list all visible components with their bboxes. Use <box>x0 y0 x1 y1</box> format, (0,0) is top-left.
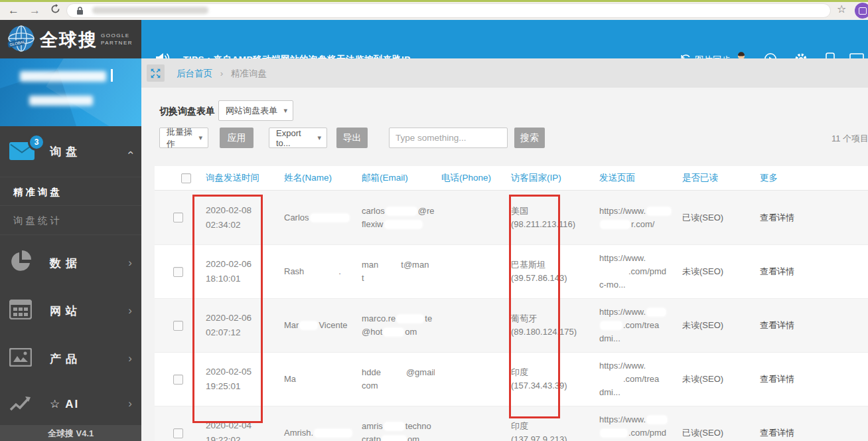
sidebar-item-precise-inquiry[interactable]: 精准询盘 <box>0 177 141 206</box>
browser-forward-icon[interactable]: → <box>29 3 40 19</box>
breadcrumb: 后台首页 › 精准询盘 <box>177 68 267 80</box>
visible-text: com <box>362 381 378 391</box>
email-cell: marco.rete@hotom <box>355 299 435 352</box>
row-checkbox[interactable] <box>173 428 183 438</box>
row-checkbox[interactable] <box>173 213 183 222</box>
browser-toolbar: ← → ☆ <box>0 0 868 21</box>
breadcrumb-home-link[interactable]: 后台首页 <box>177 68 212 78</box>
logo[interactable]: GLOBAL 全球搜 GOOGLE PARTNER <box>0 20 141 58</box>
avatar-glyph <box>859 7 867 15</box>
inquiry-form-select-value: 网站询盘表单 <box>226 105 277 117</box>
sidebar-item-data[interactable]: 数据 › <box>0 239 141 287</box>
table-header-row: 询盘发送时间姓名(Name)邮箱(Email)电话(Phone)访客国家(IP)… <box>155 166 868 191</box>
visible-text: https://www. <box>599 414 646 424</box>
sidebar-item-ai[interactable]: ☆ AI › <box>0 383 141 425</box>
inquiry-form-select[interactable]: 网站询盘表单 ▾ <box>218 100 293 121</box>
view-details-link[interactable]: 查看详情 <box>760 373 794 385</box>
chevron-right-icon: › <box>128 304 132 317</box>
app-version: 全球搜 V4.1 <box>48 428 94 440</box>
apply-button[interactable]: 应用 <box>220 128 253 148</box>
browser-back-icon[interactable]: ← <box>8 3 19 19</box>
email-cell: amristechnocratpom <box>355 406 435 441</box>
bookmark-star-icon[interactable]: ☆ <box>837 3 846 15</box>
redaction-blur <box>384 328 403 336</box>
expand-icon[interactable] <box>147 64 165 82</box>
search-button[interactable]: 搜索 <box>514 128 545 148</box>
visible-text: amris <box>362 421 383 431</box>
highlight-box-ip-column <box>509 195 560 418</box>
text-line: c-mo... <box>599 278 670 292</box>
column-header: 是否已读 <box>676 166 753 190</box>
text-line: MarVicente <box>284 319 350 332</box>
bulk-action-select[interactable]: 批量操作 ▾ <box>159 128 208 148</box>
row-checkbox[interactable] <box>173 375 183 385</box>
sidebar-item-label: 数据 <box>50 256 82 271</box>
view-details-link[interactable]: 查看详情 <box>760 427 794 439</box>
sidebar-subitem-label: 精准询盘 <box>13 185 62 198</box>
redaction-blur <box>601 429 627 437</box>
trend-chart-icon <box>9 393 32 415</box>
country-name: 印度 <box>511 420 587 433</box>
export-format-select[interactable]: Export to... ▾ <box>269 128 327 148</box>
redaction-blur <box>601 268 627 276</box>
redaction-blur <box>305 268 337 276</box>
column-header: 电话(Phone) <box>435 166 504 190</box>
chevron-right-icon: › <box>128 352 132 365</box>
select-all-cell <box>155 166 199 190</box>
text-line: Rash. <box>284 265 350 278</box>
chevron-right-icon: › <box>128 397 132 410</box>
landing-page-cell: https://www..com/pmdc-mo... <box>593 245 676 298</box>
redacted-account-name <box>29 96 93 106</box>
visible-text: Ma <box>284 374 296 384</box>
view-details-link[interactable]: 查看详情 <box>760 266 794 278</box>
redaction-blur <box>647 254 667 262</box>
text-line: @hotom <box>362 325 429 339</box>
visible-text: hdde <box>362 367 381 377</box>
dropdown-arrow-icon: ▾ <box>317 133 321 142</box>
visible-text: Rash <box>284 266 304 276</box>
browser-profile-avatar[interactable] <box>855 3 868 19</box>
ip-address: (137.97.9.213) <box>511 433 587 441</box>
text-line: https://www. <box>599 359 670 373</box>
breadcrumb-bar: 后台首页 › 精准询盘 <box>141 58 868 88</box>
phone-cell <box>435 353 504 406</box>
redaction-blur <box>380 261 399 269</box>
pie-chart-icon <box>9 250 32 276</box>
visible-text: https://www. <box>599 361 646 371</box>
chevron-up-icon: › <box>123 151 137 155</box>
redaction-blur <box>601 375 622 383</box>
sidebar-item-inquiry-stats[interactable]: 询盘统计 <box>0 205 141 235</box>
sidebar-item-inquiry[interactable]: 3 询盘 › <box>0 126 141 177</box>
export-button[interactable]: 导出 <box>336 128 368 148</box>
visible-text: cratp <box>362 434 381 441</box>
view-details-link[interactable]: 查看详情 <box>760 212 794 224</box>
visible-text: Carlos <box>284 213 309 222</box>
visible-text: @hot <box>362 327 382 337</box>
text-line: https://www. <box>599 252 670 265</box>
visible-text: .com/trea <box>623 374 659 384</box>
visible-text: marco.re <box>362 313 396 323</box>
logo-subtitle: GOOGLE PARTNER <box>101 32 133 46</box>
column-header: 更多 <box>753 166 868 190</box>
sidebar-item-product[interactable]: 产品 › <box>0 335 141 383</box>
browser-reload-icon[interactable] <box>50 4 60 17</box>
view-details-link[interactable]: 查看详情 <box>760 319 794 331</box>
phone-cell <box>435 406 504 441</box>
email-cell: carlos@reflexiw <box>355 191 435 244</box>
product-image-icon <box>9 348 32 369</box>
column-header: 发送页面 <box>593 166 676 190</box>
redaction-blur <box>297 375 317 383</box>
dropdown-arrow-icon: ▾ <box>283 106 287 115</box>
phone-cell <box>435 245 504 298</box>
sidebar-item-website[interactable]: 网站 › <box>0 287 141 335</box>
website-grid-icon <box>9 300 32 322</box>
logo-subtitle-line2: PARTNER <box>101 40 133 46</box>
search-input[interactable] <box>389 128 508 148</box>
visible-text: https://www. <box>599 206 646 216</box>
select-all-checkbox[interactable] <box>181 173 191 183</box>
row-checkbox[interactable] <box>173 267 183 277</box>
redaction-blur <box>382 436 406 441</box>
row-checkbox[interactable] <box>173 321 183 331</box>
address-bar[interactable] <box>66 3 831 18</box>
redaction-blur <box>382 369 405 377</box>
